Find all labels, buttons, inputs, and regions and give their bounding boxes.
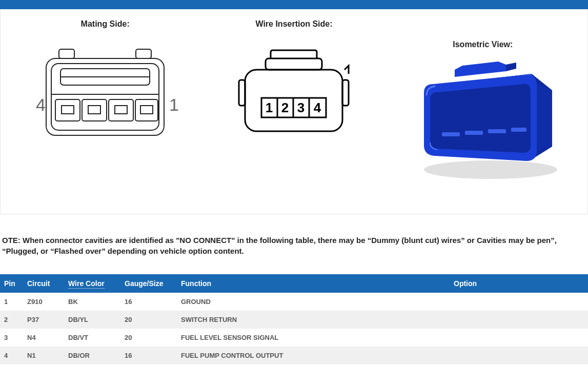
- cell-pin: 4: [0, 347, 23, 364]
- cell-wire-color: DB/VT: [64, 329, 120, 347]
- header-wire-color[interactable]: Wire Color: [64, 274, 120, 293]
- insertion-side-column: Wire Insertion Side: 1 2 3 4: [205, 19, 383, 188]
- cell-gauge: 20: [120, 311, 177, 329]
- svg-rect-2: [46, 58, 164, 135]
- svg-rect-0: [59, 49, 74, 58]
- svg-rect-9: [62, 106, 74, 114]
- svg-marker-31: [506, 63, 516, 71]
- table-row: 4 N1 DB/OR 16 FUEL PUMP CONTROL OUTPUT: [0, 347, 588, 364]
- pinout-table: Pin Circuit Wire Color Gauge/Size Functi…: [0, 274, 588, 364]
- table-header-row: Pin Circuit Wire Color Gauge/Size Functi…: [0, 274, 588, 293]
- isometric-view-column: Isometric View:: [394, 19, 572, 188]
- table-row: 2 P37 DB/YL 20 SWITCH RETURN: [0, 311, 588, 329]
- connector-views-panel: Mating Side:: [0, 9, 588, 214]
- svg-rect-5: [55, 99, 80, 121]
- mating-side-column: Mating Side:: [16, 19, 194, 188]
- cell-gauge: 16: [120, 293, 177, 311]
- insertion-pin-3: 3: [297, 100, 305, 115]
- svg-rect-10: [88, 106, 100, 114]
- table-row: 3 N4 DB/VT 20 FUEL LEVEL SENSOR SIGNAL: [0, 329, 588, 347]
- cell-wire-color: DB/YL: [64, 311, 120, 329]
- insertion-pin-4: 4: [314, 100, 321, 115]
- header-circuit: Circuit: [23, 274, 64, 293]
- cell-function: FUEL LEVEL SENSOR SIGNAL: [177, 329, 450, 347]
- insertion-pin-1: 1: [266, 100, 273, 115]
- header-bar: [0, 0, 588, 9]
- svg-rect-29: [511, 128, 526, 132]
- insertion-side-diagram: 1 2 3 4: [230, 49, 358, 141]
- mating-side-title: Mating Side:: [81, 19, 130, 29]
- svg-rect-28: [488, 129, 506, 133]
- cell-option: [450, 293, 588, 311]
- connector-note: OTE: When connector cavities are identif…: [0, 235, 588, 256]
- cell-option: [450, 347, 588, 364]
- svg-rect-7: [109, 99, 133, 121]
- svg-rect-12: [140, 106, 153, 114]
- cell-pin: 2: [0, 311, 23, 329]
- svg-point-23: [424, 160, 557, 179]
- svg-rect-3: [51, 64, 159, 130]
- cell-circuit: N4: [23, 329, 64, 347]
- svg-marker-32: [537, 84, 552, 151]
- cell-pin: 3: [0, 329, 23, 347]
- cell-function: SWITCH RETURN: [177, 311, 450, 329]
- mating-pin-label-4: 4: [36, 95, 46, 114]
- header-gauge: Gauge/Size: [120, 274, 177, 293]
- header-function: Function: [177, 274, 450, 293]
- svg-rect-6: [82, 99, 107, 121]
- cell-circuit: P37: [23, 311, 64, 329]
- mating-side-diagram: 4 1: [21, 44, 190, 147]
- cell-circuit: N1: [23, 347, 64, 364]
- svg-rect-15: [266, 58, 322, 70]
- svg-rect-17: [239, 80, 245, 106]
- cell-function: GROUND: [177, 293, 450, 311]
- insertion-side-title: Wire Insertion Side:: [255, 19, 332, 29]
- svg-rect-1: [136, 49, 151, 58]
- svg-rect-27: [465, 131, 483, 135]
- cell-option: [450, 329, 588, 347]
- cell-gauge: 20: [120, 329, 177, 347]
- mating-pin-label-1: 1: [169, 95, 179, 114]
- cell-pin: 1: [0, 293, 23, 311]
- cell-wire-color: BK: [64, 293, 120, 311]
- header-pin: Pin: [0, 274, 23, 293]
- table-body: 1 Z910 BK 16 GROUND 2 P37 DB/YL 20 SWITC…: [0, 293, 588, 364]
- svg-rect-11: [115, 106, 127, 114]
- table-row: 1 Z910 BK 16 GROUND: [0, 293, 588, 311]
- insertion-pin-2: 2: [281, 100, 289, 115]
- isometric-view-diagram: [398, 54, 567, 182]
- cell-gauge: 16: [120, 347, 177, 364]
- header-option: Option: [450, 274, 588, 293]
- cell-circuit: Z910: [23, 293, 64, 311]
- svg-rect-18: [342, 80, 349, 106]
- isometric-view-title: Isometric View:: [453, 40, 513, 49]
- svg-rect-26: [442, 132, 460, 136]
- cell-function: FUEL PUMP CONTROL OUTPUT: [177, 347, 450, 364]
- cell-wire-color: DB/OR: [64, 347, 120, 364]
- svg-marker-30: [455, 62, 506, 77]
- svg-rect-8: [135, 99, 158, 121]
- cell-option: [450, 311, 588, 329]
